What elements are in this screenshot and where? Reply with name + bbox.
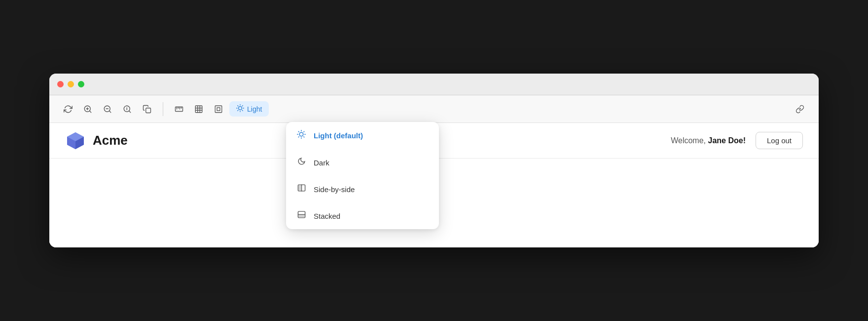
theme-dropdown: Light (default) Dark Sid [286, 122, 439, 229]
toolbar-history-group [59, 100, 156, 118]
app-window: Light Light [49, 74, 819, 247]
svg-line-26 [238, 106, 238, 106]
svg-line-31 [242, 106, 243, 106]
svg-line-35 [298, 131, 299, 132]
user-name: Jane Doe! [708, 136, 745, 145]
svg-rect-46 [298, 215, 305, 217]
dark-option-label: Dark [314, 159, 329, 167]
svg-line-5 [109, 111, 110, 112]
zoom-in-button[interactable] [79, 100, 97, 118]
theme-option-side-by-side[interactable]: Side-by-side [286, 176, 439, 202]
toolbar-divider-1 [163, 102, 163, 116]
theme-option-dark[interactable]: Dark [286, 149, 439, 176]
svg-rect-43 [298, 185, 301, 191]
stacked-icon [296, 210, 307, 221]
welcome-prefix: Welcome, [671, 136, 708, 145]
app-logo-icon [65, 130, 86, 151]
light-option-label: Light (default) [314, 131, 363, 140]
theme-button[interactable]: Light [229, 101, 269, 117]
maximize-button[interactable] [78, 81, 84, 87]
traffic-lights [57, 81, 84, 87]
moon-icon [296, 157, 307, 168]
ruler-button[interactable] [170, 100, 188, 118]
toolbar: Light Light [49, 95, 819, 123]
stacked-option-label: Stacked [314, 212, 340, 220]
svg-line-30 [238, 110, 238, 111]
svg-line-8 [129, 111, 130, 112]
toolbar-right [791, 100, 809, 118]
app-logo-area: Acme [65, 130, 128, 151]
svg-rect-22 [217, 108, 220, 111]
sun-icon-dropdown [296, 130, 307, 141]
welcome-text: Welcome, Jane Doe! [671, 136, 746, 145]
svg-point-32 [299, 132, 303, 136]
side-by-side-option-label: Side-by-side [314, 185, 355, 194]
svg-rect-11 [176, 107, 183, 111]
refresh-button[interactable] [59, 100, 77, 118]
frame-button[interactable] [210, 100, 227, 118]
svg-rect-10 [146, 108, 151, 113]
title-bar [49, 74, 819, 95]
svg-point-23 [239, 107, 242, 110]
theme-option-stacked[interactable]: Stacked [286, 202, 439, 229]
app-logo-text: Acme [93, 133, 128, 148]
theme-option-light[interactable]: Light (default) [286, 122, 439, 149]
close-button[interactable] [57, 81, 64, 87]
grid-button[interactable] [190, 100, 208, 118]
svg-rect-16 [195, 106, 202, 113]
toolbar-view-group [170, 100, 227, 118]
svg-rect-21 [215, 106, 222, 113]
side-by-side-icon [296, 184, 307, 195]
theme-button-label: Light [247, 105, 262, 113]
reset-zoom-button[interactable] [118, 100, 136, 118]
zoom-out-button[interactable] [99, 100, 116, 118]
logout-button[interactable]: Log out [756, 132, 803, 149]
minimize-button[interactable] [68, 81, 74, 87]
duplicate-button[interactable] [138, 100, 156, 118]
svg-line-40 [304, 131, 304, 132]
sun-icon [236, 104, 244, 114]
svg-line-1 [89, 111, 91, 112]
app-header-right: Welcome, Jane Doe! Log out [671, 132, 803, 149]
svg-line-36 [304, 137, 304, 137]
copy-link-button[interactable] [791, 100, 809, 118]
svg-line-27 [242, 110, 243, 111]
svg-line-39 [298, 137, 299, 137]
